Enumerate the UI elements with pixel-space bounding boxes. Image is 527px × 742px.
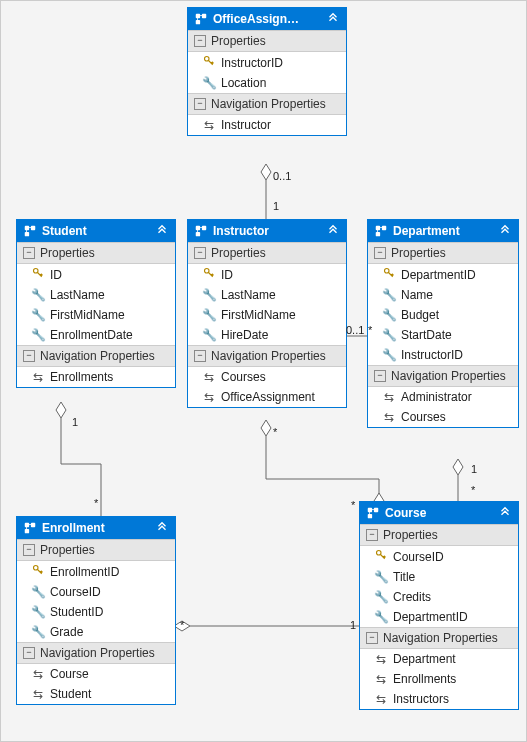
entity-department[interactable]: Department−PropertiesDepartmentID🔧Name🔧B… — [367, 219, 519, 428]
entity-instructor[interactable]: Instructor−PropertiesID🔧LastName🔧FirstMi… — [187, 219, 347, 408]
nav-property-row[interactable]: ⇆Instructors — [360, 689, 518, 709]
toggle-icon[interactable]: − — [194, 247, 206, 259]
multiplicity-label: 1 — [72, 416, 78, 428]
toggle-icon[interactable]: − — [23, 544, 35, 556]
entity-course[interactable]: Course−PropertiesCourseID🔧Title🔧Credits🔧… — [359, 501, 519, 710]
entity-header[interactable]: Student — [17, 220, 175, 242]
nav-property-row[interactable]: ⇆Courses — [368, 407, 518, 427]
nav-property-row[interactable]: ⇆Course — [17, 664, 175, 684]
toggle-icon[interactable]: − — [23, 647, 35, 659]
navigation-property-icon: ⇆ — [384, 410, 394, 424]
nav-property-row[interactable]: ⇆Courses — [188, 367, 346, 387]
property-row[interactable]: ID — [188, 264, 346, 285]
toggle-icon[interactable]: − — [194, 35, 206, 47]
nav-property-row[interactable]: ⇆OfficeAssignment — [188, 387, 346, 407]
conn-diamond — [453, 459, 463, 475]
primary-key-icon — [32, 564, 44, 576]
property-row[interactable]: 🔧Location — [188, 73, 346, 93]
property-row[interactable]: 🔧Grade — [17, 622, 175, 642]
toggle-icon[interactable]: − — [23, 247, 35, 259]
property-row[interactable]: 🔧CourseID — [17, 582, 175, 602]
entity-header[interactable]: Course — [360, 502, 518, 524]
property-row[interactable]: 🔧Title — [360, 567, 518, 587]
nav-property-row[interactable]: ⇆Department — [360, 649, 518, 669]
section-header-properties[interactable]: −Properties — [188, 30, 346, 52]
primary-key-icon — [375, 549, 387, 561]
section-header-properties[interactable]: −Properties — [368, 242, 518, 264]
property-row[interactable]: 🔧EnrollmentDate — [17, 325, 175, 345]
toggle-icon[interactable]: − — [194, 350, 206, 362]
entity-header[interactable]: Department — [368, 220, 518, 242]
section-header-properties[interactable]: −Properties — [360, 524, 518, 546]
nav-property-row[interactable]: ⇆Enrollments — [17, 367, 175, 387]
toggle-icon[interactable]: − — [374, 247, 386, 259]
section-header-navigation[interactable]: −Navigation Properties — [360, 627, 518, 649]
navigation-property-icon: ⇆ — [384, 390, 394, 404]
property-row[interactable]: 🔧Budget — [368, 305, 518, 325]
property-row[interactable]: 🔧InstructorID — [368, 345, 518, 365]
property-row[interactable]: InstructorID — [188, 52, 346, 73]
collapse-icon[interactable] — [326, 224, 340, 238]
nav-property-name: Courses — [401, 410, 512, 424]
property-row[interactable]: 🔧LastName — [188, 285, 346, 305]
collapse-icon[interactable] — [498, 506, 512, 520]
nav-property-row[interactable]: ⇆Administrator — [368, 387, 518, 407]
svg-rect-17 — [31, 523, 35, 527]
primary-key-icon — [203, 267, 215, 279]
svg-rect-8 — [25, 226, 29, 230]
property-name: FirstMidName — [221, 308, 340, 322]
navigation-property-icon: ⇆ — [376, 692, 386, 706]
entity-office[interactable]: OfficeAssign…−PropertiesInstructorID🔧Loc… — [187, 7, 347, 136]
property-icon: 🔧 — [31, 308, 46, 322]
property-row[interactable]: 🔧LastName — [17, 285, 175, 305]
property-row[interactable]: 🔧HireDate — [188, 325, 346, 345]
toggle-icon[interactable]: − — [366, 632, 378, 644]
section-header-navigation[interactable]: −Navigation Properties — [188, 93, 346, 115]
toggle-icon[interactable]: − — [23, 350, 35, 362]
property-row[interactable]: ID — [17, 264, 175, 285]
entity-student[interactable]: Student−PropertiesID🔧LastName🔧FirstMidNa… — [16, 219, 176, 388]
section-header-navigation[interactable]: −Navigation Properties — [368, 365, 518, 387]
property-row[interactable]: 🔧DepartmentID — [360, 607, 518, 627]
nav-property-row[interactable]: ⇆Enrollments — [360, 669, 518, 689]
section-header-properties[interactable]: −Properties — [188, 242, 346, 264]
property-row[interactable]: CourseID — [360, 546, 518, 567]
toggle-icon[interactable]: − — [366, 529, 378, 541]
toggle-icon[interactable]: − — [194, 98, 206, 110]
section-header-properties[interactable]: −Properties — [17, 242, 175, 264]
property-row[interactable]: 🔧Name — [368, 285, 518, 305]
entity-header[interactable]: Enrollment — [17, 517, 175, 539]
entity-type-icon — [366, 506, 380, 520]
property-icon: 🔧 — [374, 590, 389, 604]
property-row[interactable]: 🔧StartDate — [368, 325, 518, 345]
nav-property-row[interactable]: ⇆Instructor — [188, 115, 346, 135]
property-row[interactable]: EnrollmentID — [17, 561, 175, 582]
property-name: EnrollmentID — [50, 565, 169, 579]
collapse-icon[interactable] — [498, 224, 512, 238]
collapse-icon[interactable] — [155, 224, 169, 238]
property-row[interactable]: DepartmentID — [368, 264, 518, 285]
svg-rect-14 — [376, 232, 380, 236]
svg-rect-22 — [368, 514, 372, 518]
collapse-icon[interactable] — [326, 12, 340, 26]
toggle-icon[interactable]: − — [374, 370, 386, 382]
entity-enrollment[interactable]: Enrollment−PropertiesEnrollmentID🔧Course… — [16, 516, 176, 705]
property-icon: 🔧 — [382, 348, 397, 362]
collapse-icon[interactable] — [155, 521, 169, 535]
section-header-navigation[interactable]: −Navigation Properties — [17, 642, 175, 664]
svg-rect-9 — [31, 226, 35, 230]
property-row[interactable]: 🔧Credits — [360, 587, 518, 607]
nav-property-row[interactable]: ⇆Student — [17, 684, 175, 704]
section-header-navigation[interactable]: −Navigation Properties — [188, 345, 346, 367]
entity-header[interactable]: OfficeAssign… — [188, 8, 346, 30]
section-header-navigation[interactable]: −Navigation Properties — [17, 345, 175, 367]
section-header-properties[interactable]: −Properties — [17, 539, 175, 561]
property-row[interactable]: 🔧StudentID — [17, 602, 175, 622]
property-icon: 🔧 — [31, 585, 46, 599]
navigation-property-icon: ⇆ — [204, 370, 214, 384]
property-row[interactable]: 🔧FirstMidName — [17, 305, 175, 325]
multiplicity-label: 0..1 — [273, 170, 291, 182]
property-row[interactable]: 🔧FirstMidName — [188, 305, 346, 325]
section-title: Properties — [40, 246, 95, 260]
entity-header[interactable]: Instructor — [188, 220, 346, 242]
